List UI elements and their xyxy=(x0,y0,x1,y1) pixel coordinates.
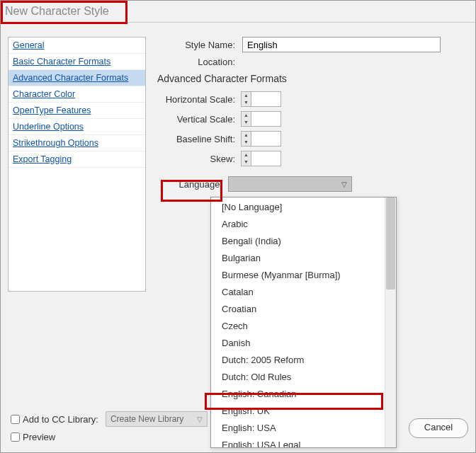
language-dropdown-list: [No Language] Arabic Bengali (India) Bul… xyxy=(210,197,397,448)
lang-option-catalan[interactable]: Catalan xyxy=(211,284,396,301)
sidebar-item-export-tagging[interactable]: Export Tagging xyxy=(8,151,145,168)
lang-option-english-usa[interactable]: English: USA xyxy=(211,420,396,437)
sidebar-item-underline-options[interactable]: Underline Options xyxy=(8,119,145,135)
skew-input[interactable] xyxy=(251,151,281,166)
scrollbar-thumb[interactable] xyxy=(386,197,395,289)
style-name-label: Style Name: xyxy=(157,40,242,50)
lang-option-dutch-old[interactable]: Dutch: Old Rules xyxy=(211,369,396,386)
baseline-shift-label: Baseline Shift: xyxy=(157,134,241,144)
baseline-shift-stepper[interactable]: ▲▼ xyxy=(241,131,251,147)
sidebar: General Basic Character Formats Advanced… xyxy=(8,37,146,292)
dropdown-scrollbar[interactable] xyxy=(385,197,396,447)
cancel-button[interactable]: Cancel xyxy=(409,418,468,438)
chevron-down-icon: ▽ xyxy=(341,180,347,188)
skew-label: Skew: xyxy=(157,154,241,164)
baseline-shift-input[interactable] xyxy=(251,131,281,147)
lang-option-arabic[interactable]: Arabic xyxy=(211,216,396,233)
cc-library-select[interactable]: Create New Library ▽ xyxy=(106,411,208,427)
preview-checkbox[interactable]: Preview xyxy=(8,430,98,444)
lang-option-english-uk[interactable]: English: UK xyxy=(211,403,396,420)
lang-option-bengali[interactable]: Bengali (India) xyxy=(211,233,396,250)
language-label: Language: xyxy=(157,179,228,190)
preview-label: Preview xyxy=(23,432,55,442)
chevron-down-icon: ▽ xyxy=(197,415,203,423)
lang-option-danish[interactable]: Danish xyxy=(211,335,396,352)
sidebar-item-opentype-features[interactable]: OpenType Features xyxy=(8,103,145,119)
add-to-cc-library-checkbox[interactable]: Add to CC Library: xyxy=(8,413,98,426)
language-dropdown[interactable]: ▽ xyxy=(228,176,352,192)
cc-library-select-value: Create New Library xyxy=(110,414,183,424)
sidebar-item-basic-character-formats[interactable]: Basic Character Formats xyxy=(8,54,145,70)
vertical-scale-input[interactable] xyxy=(251,111,281,127)
location-label: Location: xyxy=(157,57,242,67)
skew-stepper[interactable]: ▲▼ xyxy=(241,151,251,166)
sidebar-item-general[interactable]: General xyxy=(8,38,145,54)
dialog-title: New Character Style xyxy=(1,1,475,23)
lang-option-croatian[interactable]: Croatian xyxy=(211,301,396,318)
lang-option-english-canadian[interactable]: English: Canadian xyxy=(211,386,396,403)
horizontal-scale-input[interactable] xyxy=(251,91,281,107)
add-to-cc-library-label: Add to CC Library: xyxy=(23,414,98,425)
section-title: Advanced Character Formats xyxy=(157,73,468,84)
horizontal-scale-label: Horizontal Scale: xyxy=(157,94,241,105)
lang-option-dutch-2005[interactable]: Dutch: 2005 Reform xyxy=(211,352,396,369)
lang-option-bulgarian[interactable]: Bulgarian xyxy=(211,250,396,267)
sidebar-item-character-color[interactable]: Character Color xyxy=(8,86,145,103)
lang-option-english-usa-legal[interactable]: English: USA Legal xyxy=(211,437,396,448)
dropdown-options: [No Language] Arabic Bengali (India) Bul… xyxy=(211,197,396,448)
lang-option-no-language[interactable]: [No Language] xyxy=(211,199,396,216)
vertical-scale-label: Vertical Scale: xyxy=(157,114,241,125)
vertical-scale-stepper[interactable]: ▲▼ xyxy=(241,111,251,127)
style-name-input[interactable] xyxy=(242,37,441,52)
dialog: New Character Style General Basic Charac… xyxy=(0,0,476,453)
sidebar-item-advanced-character-formats[interactable]: Advanced Character Formats xyxy=(8,70,145,86)
horizontal-scale-stepper[interactable]: ▲▼ xyxy=(241,91,251,107)
lang-option-czech[interactable]: Czech xyxy=(211,318,396,335)
sidebar-item-strikethrough-options[interactable]: Strikethrough Options xyxy=(8,135,145,151)
lang-option-burmese[interactable]: Burmese (Myanmar [Burma]) xyxy=(211,267,396,284)
